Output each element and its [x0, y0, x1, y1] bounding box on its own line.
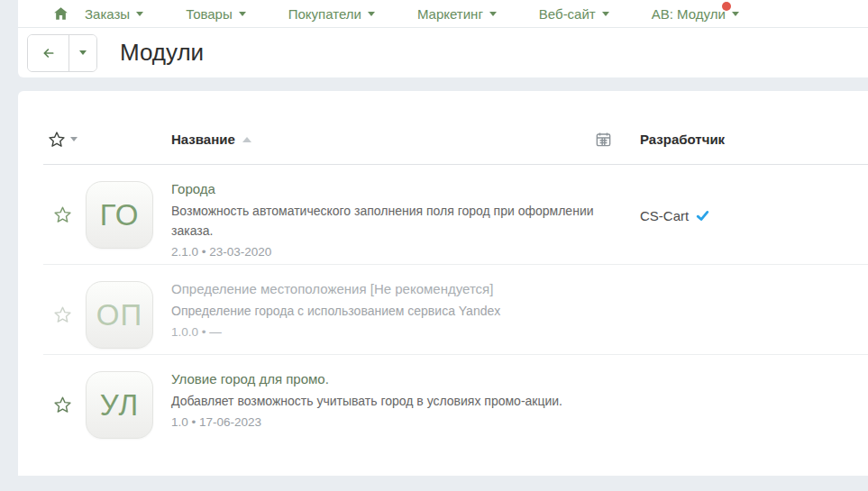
modules-card: Название Разработчик ГО Города Возможн	[18, 91, 868, 476]
back-dropdown-button[interactable]	[69, 35, 96, 71]
star-icon	[53, 205, 72, 224]
module-title[interactable]: Определение местоположения [Не рекоменду…	[171, 281, 595, 296]
nav-item-label: Покупатели	[288, 6, 361, 22]
table-header: Название Разработчик	[43, 114, 868, 165]
module-tile[interactable]: ОП	[86, 281, 153, 349]
notification-badge	[722, 2, 731, 11]
developer-name: CS-Cart	[640, 208, 689, 223]
verified-check-icon	[695, 209, 710, 223]
module-description: Определение города с использованием серв…	[171, 301, 595, 321]
nav-item-products[interactable]: Товары	[186, 6, 246, 22]
module-description: Добавляет возможность учитывать город в …	[171, 391, 595, 411]
star-icon	[48, 131, 66, 149]
star-icon	[53, 305, 72, 324]
star-icon	[53, 396, 72, 414]
module-row: УЛ Уловие город для промо. Добавляет воз…	[43, 355, 868, 444]
nav-item-orders[interactable]: Заказы	[85, 6, 143, 22]
column-header-name[interactable]: Название	[171, 132, 595, 147]
top-navigation: Заказы Товары Покупатели Маркетинг Веб-с…	[18, 0, 868, 28]
module-version-date: 1.0 • 17-06-2023	[171, 415, 595, 429]
chevron-down-icon	[136, 12, 143, 16]
back-button-group	[27, 34, 97, 72]
favorite-star-button[interactable]	[53, 305, 72, 324]
nav-item-marketing[interactable]: Маркетинг	[417, 6, 497, 22]
module-description: Возможность автоматического заполнения п…	[171, 201, 595, 241]
chevron-down-icon	[239, 12, 246, 16]
nav-item-label: АВ: Модули	[652, 6, 726, 22]
chevron-down-icon	[732, 12, 739, 16]
chevron-down-icon	[79, 50, 87, 55]
favorite-star-button[interactable]	[53, 396, 72, 414]
page-title: Модули	[120, 39, 204, 67]
nav-item-label: Заказы	[85, 6, 130, 22]
developer-link[interactable]: CS-Cart	[640, 208, 868, 223]
nav-item-label: Товары	[186, 6, 233, 22]
chevron-down-icon	[489, 12, 497, 16]
favorite-star-button[interactable]	[53, 205, 72, 224]
back-button[interactable]	[28, 35, 69, 71]
module-row: ГО Города Возможность автоматического за…	[43, 165, 868, 265]
nav-item-website[interactable]: Веб-сайт	[539, 6, 609, 22]
module-row: ОП Определение местоположения [Не рекоме…	[43, 265, 868, 355]
module-tile[interactable]: УЛ	[86, 371, 153, 439]
module-version-date: 1.0.0 • —	[171, 325, 595, 339]
module-tile[interactable]: ГО	[86, 181, 153, 249]
sort-ascending-icon	[242, 137, 251, 142]
chevron-down-icon	[70, 137, 78, 141]
home-button[interactable]	[36, 6, 85, 21]
module-title[interactable]: Города	[171, 181, 595, 196]
chevron-down-icon	[602, 12, 609, 16]
module-title[interactable]: Уловие город для промо.	[171, 371, 595, 386]
arrow-left-icon	[41, 46, 57, 60]
calendar-icon	[595, 131, 612, 148]
nav-item-addons[interactable]: АВ: Модули	[652, 6, 739, 22]
chevron-down-icon	[368, 12, 375, 16]
module-version-date: 2.1.0 • 23-03-2020	[171, 245, 595, 259]
column-header-name-label: Название	[171, 132, 235, 147]
nav-item-customers[interactable]: Покупатели	[288, 6, 375, 22]
column-header-developer-label: Разработчик	[640, 132, 725, 147]
column-header-date[interactable]	[595, 131, 612, 148]
home-icon	[53, 6, 69, 21]
nav-item-label: Веб-сайт	[539, 6, 596, 22]
page-header: Модули	[18, 28, 868, 77]
favorites-filter[interactable]	[48, 131, 78, 149]
column-header-developer: Разработчик	[640, 132, 868, 147]
nav-item-label: Маркетинг	[417, 6, 483, 22]
